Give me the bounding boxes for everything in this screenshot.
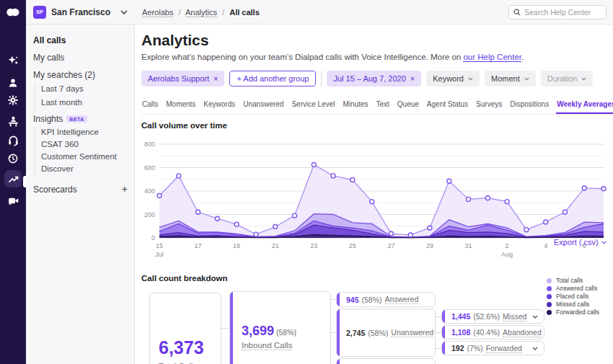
total-calls-box: 6,373 Total Calls: [149, 293, 221, 364]
svg-text:15: 15: [156, 242, 163, 249]
workspace-avatar: SF: [33, 6, 46, 19]
remove-filter-icon[interactable]: ×: [410, 74, 415, 83]
sidebar-item-customer-sentiment[interactable]: Customer Sentiment: [41, 152, 117, 161]
legend-item-answered: Answered calls: [547, 285, 599, 292]
tab-agent-status[interactable]: Agent Status: [426, 98, 469, 114]
sidebar-item-kpi-intelligence[interactable]: KPI Intelligence: [41, 128, 99, 136]
add-group-button[interactable]: + Add another group: [229, 71, 316, 86]
chevron-down-icon: [532, 315, 538, 319]
tab-weekly-averages[interactable]: Weekly Averages: [556, 98, 613, 114]
settings-gear-icon[interactable]: [4, 92, 22, 109]
sidebar-item-insights[interactable]: InsightsBETA: [33, 114, 87, 124]
unanswered-value: 2,745: [346, 329, 365, 337]
group-filter-chip[interactable]: Aerolabs Support ×: [141, 71, 224, 86]
sidebar-item-last-7-days[interactable]: Last 7 days: [41, 84, 84, 93]
svg-text:27: 27: [387, 242, 394, 249]
tab-service-level[interactable]: Service Level: [291, 98, 335, 114]
legend-dot: [547, 310, 552, 315]
ai-sparkles-icon[interactable]: [4, 52, 22, 69]
tab-text[interactable]: Text: [375, 98, 389, 114]
video-camera-icon[interactable]: [4, 192, 22, 209]
analytics-tabs: Calls Moments Keywords Unanswered Servic…: [141, 98, 613, 115]
keyword-filter-dropdown[interactable]: Keyword: [426, 71, 480, 86]
duration-label: Duration: [547, 74, 578, 83]
tab-surveys[interactable]: Surveys: [475, 98, 503, 114]
tab-minutes[interactable]: Minutes: [342, 98, 369, 114]
main-content: Analytics Explore what’s happening on yo…: [135, 25, 613, 364]
connector-line: [436, 348, 441, 349]
svg-text:31: 31: [465, 242, 472, 249]
date-range-chip[interactable]: Jul 15 – Aug 7, 2020 ×: [327, 71, 421, 86]
remove-filter-icon[interactable]: ×: [213, 74, 218, 83]
inbound-label[interactable]: Inbound Calls: [242, 341, 292, 350]
sidebar-item-discover[interactable]: Discover: [41, 164, 74, 173]
tab-moments[interactable]: Moments: [165, 98, 196, 114]
breadcrumb-separator: /: [178, 8, 180, 17]
chip-divider: [321, 71, 322, 86]
export-csv-link[interactable]: Export (.csv): [554, 238, 607, 247]
sidebar-item-csat-360[interactable]: CSAT 360: [41, 140, 79, 148]
svg-text:23: 23: [310, 242, 317, 249]
unanswered-label[interactable]: Unanswered: [391, 328, 433, 337]
moment-filter-dropdown[interactable]: Moment: [485, 71, 536, 86]
svg-text:19: 19: [233, 242, 240, 249]
search-input[interactable]: [524, 8, 601, 17]
add-scorecard-button[interactable]: +: [122, 183, 128, 195]
svg-text:0: 0: [151, 234, 155, 241]
history-clock-icon[interactable]: [4, 150, 22, 167]
tab-keywords[interactable]: Keywords: [203, 98, 236, 114]
inbound-pct: (58%): [276, 328, 296, 337]
saved-searches-group: Last 7 days Last month: [35, 83, 128, 110]
accent-bar: [442, 326, 445, 339]
inbound-value: 3,699: [242, 324, 274, 338]
help-search[interactable]: [508, 5, 607, 19]
selected-indicator: [23, 176, 26, 187]
app-window: All calls My calls My searches (2) Last …: [0, 0, 613, 364]
dialpad-logo-icon[interactable]: [5, 6, 21, 19]
sidebar-item-my-calls[interactable]: My calls: [33, 53, 64, 63]
legend-label: Forwarded calls: [556, 308, 599, 316]
tab-queue[interactable]: Queue: [397, 98, 420, 114]
chevron-down-icon: [468, 77, 473, 81]
breadcrumb-analytics[interactable]: Analytics: [185, 8, 217, 17]
sidebar-item-scorecards[interactable]: Scorecards: [33, 185, 77, 195]
contacts-icon[interactable]: [4, 74, 22, 92]
duration-filter-dropdown[interactable]: Duration: [541, 71, 594, 86]
answered-label[interactable]: Answered: [385, 295, 419, 304]
headset-icon[interactable]: [4, 131, 22, 148]
search-icon: [513, 9, 521, 16]
chart-legend: Total calls Answered calls Placed calls …: [547, 277, 599, 316]
tab-dispositions[interactable]: Dispositions: [509, 98, 550, 114]
svg-text:4: 4: [544, 242, 547, 249]
forwarded-dropdown[interactable]: 192 (7%) Forwarded: [441, 341, 544, 355]
breakdown-title: Call count breakdown: [141, 274, 228, 283]
missed-pct: (52.6%): [473, 312, 500, 321]
sidebar-item-my-searches[interactable]: My searches (2): [33, 70, 95, 80]
beta-badge: BETA: [66, 115, 87, 123]
description-text: Explore what’s happening on your team’s …: [141, 53, 463, 61]
agent-desk-icon[interactable]: [4, 112, 22, 130]
tab-unanswered[interactable]: Unanswered: [242, 98, 284, 114]
date-range-label: Jul 15 – Aug 7, 2020: [333, 74, 405, 83]
breadcrumb-separator: /: [222, 8, 224, 17]
missed-dropdown[interactable]: 1,445 (52.6%) Missed: [441, 309, 544, 324]
accent-bar: [337, 359, 340, 364]
chart-title: Call volume over time: [141, 121, 227, 130]
sidebar-item-all-calls[interactable]: All calls: [33, 35, 66, 45]
accent-bar: [337, 309, 340, 356]
breadcrumb-aerolabs[interactable]: Aerolabs: [142, 8, 173, 17]
tab-calls[interactable]: Calls: [141, 98, 159, 114]
page-description: Explore what’s happening on your team’s …: [141, 53, 524, 61]
unanswered-box: 2,745 (58%) Unanswered: [336, 308, 436, 357]
workspace-switcher[interactable]: SF San Francisco: [26, 6, 135, 19]
help-center-link[interactable]: our Help Center: [463, 53, 521, 62]
legend-item-total: Total calls: [547, 277, 599, 284]
inbound-calls-box: 3,699 (58%) Inbound Calls: [229, 291, 331, 364]
analytics-trend-icon[interactable]: [4, 170, 22, 187]
chevron-down-icon: [601, 241, 607, 244]
abandoned-label: Abandoned: [503, 328, 542, 337]
group-filter-label: Aerolabs Support: [148, 74, 209, 83]
abandoned-dropdown[interactable]: 1,108 (40.4%) Abandoned: [441, 325, 544, 339]
sidebar-item-last-month[interactable]: Last month: [41, 98, 82, 107]
moment-label: Moment: [491, 74, 520, 83]
